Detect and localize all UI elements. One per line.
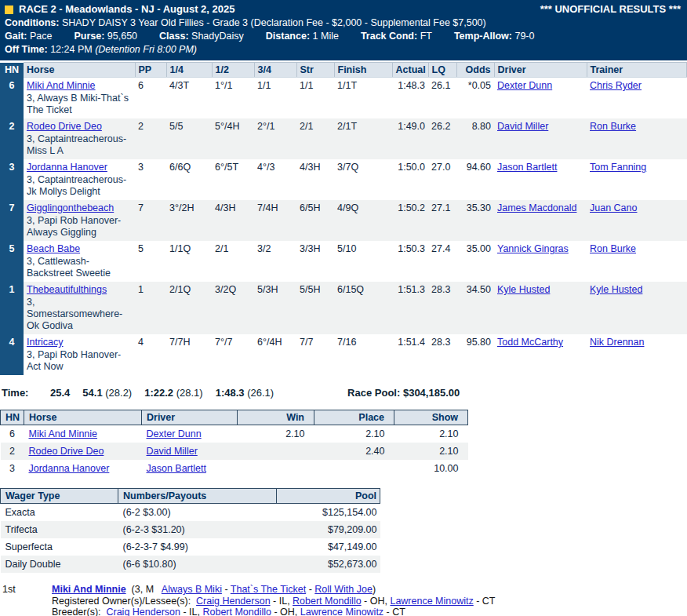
- race-info-track-cond: Track Cond: FT: [361, 31, 432, 42]
- pedigree-text: 3, Papi Rob Hanover-Act Now: [27, 349, 132, 373]
- trainer-link[interactable]: Tom Fanning: [590, 162, 646, 173]
- horse-cell: Rodeo Drive Deo3, Captaintreacherous-Mis…: [24, 118, 135, 159]
- finisher-title-link[interactable]: That`s The Ticket: [231, 584, 306, 595]
- wps-driver-link[interactable]: Jason Bartlett: [147, 463, 206, 474]
- race-info-label: Class:: [159, 31, 189, 42]
- time-label: Time:: [2, 387, 50, 399]
- finisher-title-link[interactable]: Always B Miki: [162, 584, 222, 595]
- trainer-cell: Kyle Husted: [587, 282, 687, 334]
- horse-link[interactable]: Jordanna Hanover: [27, 162, 107, 173]
- quarter3-cell: 1/1: [254, 78, 296, 119]
- pp-cell: 5: [135, 241, 166, 282]
- result-row-hn-6: 6Miki And Minnie3, Always B Miki-That`s …: [0, 78, 687, 119]
- driver-cell: Yannick Gingras: [494, 241, 587, 282]
- col-odds: Odds: [456, 63, 494, 78]
- quarter2-cell: 2/1: [212, 241, 254, 282]
- last-quarter-cell: 26.1: [428, 78, 456, 119]
- wps-col-show: Show: [394, 410, 468, 425]
- wps-horse-link[interactable]: Miki And Minnie: [29, 428, 98, 439]
- quarter2-cell: 1°/1: [212, 78, 254, 119]
- fraction-value: 1:48.3: [216, 387, 245, 399]
- col-1-2: 1/2: [212, 63, 254, 78]
- finisher-title-text: -: [222, 584, 231, 595]
- driver-link[interactable]: Todd McCarthy: [497, 337, 563, 348]
- trainer-link[interactable]: Juan Cano: [590, 202, 637, 213]
- last-quarter-cell: 26.2: [428, 118, 456, 159]
- wps-col-place: Place: [314, 410, 394, 425]
- driver-link[interactable]: James Macdonald: [497, 202, 576, 213]
- breeders-line-link[interactable]: Craig Henderson: [106, 607, 180, 616]
- result-row-hn-5: 5Beach Babe3, Cattlewash-Backstreet Swee…: [0, 241, 687, 282]
- wager-pool-cell: $47,149.00: [277, 538, 380, 556]
- owners-line-link[interactable]: Craig Henderson: [196, 596, 271, 607]
- quarter3-cell: 4°/3: [254, 159, 296, 200]
- quarter3-cell: 7/4H: [254, 200, 296, 241]
- conditions-value: SHADY DAISY 3 Year Old Fillies - Grade 3…: [62, 17, 486, 28]
- breeders-line-link[interactable]: Lawrence Minowitz: [300, 607, 383, 616]
- owners-line: Registered Owner(s)/Lessee(s): Craig Hen…: [52, 596, 687, 607]
- hn-cell: 4: [0, 334, 24, 375]
- wps-driver-link[interactable]: Dexter Dunn: [147, 428, 202, 439]
- trainer-link[interactable]: Chris Ryder: [590, 80, 642, 91]
- horse-link[interactable]: Beach Babe: [27, 243, 80, 254]
- wps-col-driver: Driver: [142, 410, 238, 425]
- trainer-cell: Ron Burke: [587, 241, 687, 282]
- horse-link[interactable]: Rodeo Drive Deo: [27, 121, 102, 132]
- finisher-title-link[interactable]: Roll With Joe: [314, 584, 373, 595]
- trainer-link[interactable]: Ron Burke: [590, 121, 636, 132]
- win-payout-cell: 2.10: [238, 425, 314, 443]
- trainer-cell: Juan Cano: [587, 200, 687, 241]
- wps-horse-cell: Jordanna Hanover: [24, 460, 142, 477]
- trainer-link[interactable]: Nik Drennan: [590, 337, 644, 348]
- horse-link[interactable]: Miki And Minnie: [27, 80, 96, 91]
- fraction-time: 1:48.3 (26.1): [216, 387, 274, 399]
- horse-cell: Gigglingonthebeach3, Papi Rob Hanover-Al…: [24, 200, 135, 241]
- wps-horse-link[interactable]: Rodeo Drive Deo: [29, 446, 104, 457]
- owners-line-link[interactable]: Robert Mondillo: [293, 596, 362, 607]
- unofficial-results-label: *** UNOFFICIAL RESULTS ***: [540, 3, 681, 16]
- col-finish: Finish: [334, 63, 392, 78]
- driver-link[interactable]: Kyle Husted: [497, 284, 550, 295]
- quarter1-cell: 6/6Q: [166, 159, 212, 200]
- odds-cell: 8.80: [456, 118, 494, 159]
- race-info-gait: Gait: Pace: [5, 31, 52, 42]
- pedigree-text: 3, Papi Rob Hanover-Always Giggling: [27, 215, 132, 239]
- horse-link[interactable]: Gigglingonthebeach: [27, 202, 114, 213]
- driver-link[interactable]: Jason Bartlett: [497, 162, 557, 173]
- breeders-line-text: - CT: [383, 607, 405, 616]
- owners-line-link[interactable]: Lawrence Minowitz: [390, 596, 473, 607]
- wager-pool-cell: $125,154.00: [277, 504, 380, 522]
- breeders-line-link[interactable]: Robert Mondillo: [202, 607, 271, 616]
- stretch-cell: 5/5H: [296, 282, 334, 334]
- col-horse: Horse: [24, 63, 135, 78]
- win-place-show-table: HNHorseDriverWinPlaceShow 6Miki And Minn…: [0, 410, 468, 477]
- driver-cell: James Macdonald: [494, 200, 587, 241]
- driver-link[interactable]: David Miller: [497, 121, 548, 132]
- owners-line-text: Registered Owner(s)/Lessee(s):: [52, 596, 196, 607]
- actual-time-cell: 1:51.4: [392, 334, 428, 375]
- horse-link[interactable]: Thebeautifulthings: [27, 284, 107, 295]
- actual-time-cell: 1:51.3: [392, 282, 428, 334]
- finish-cell: 3/7Q: [334, 159, 392, 200]
- wager-payout-cell: (6-2 $3.00): [118, 504, 277, 522]
- horse-cell: Thebeautifulthings3, Somestarsomewhere-O…: [24, 282, 135, 334]
- race-info-label: Gait:: [5, 31, 27, 42]
- off-time-value: 12:24 PM: [50, 44, 93, 55]
- pedigree-text: 3, Cattlewash-Backstreet Sweetie: [27, 256, 132, 279]
- show-payout-cell: 10.00: [394, 460, 468, 477]
- pp-cell: 3: [135, 159, 166, 200]
- breeders-line-text: - IL,: [180, 607, 202, 616]
- trainer-link[interactable]: Kyle Husted: [590, 284, 642, 295]
- trainer-link[interactable]: Ron Burke: [590, 243, 636, 254]
- finisher-title-link[interactable]: Miki And Minnie: [52, 584, 126, 595]
- driver-link[interactable]: Dexter Dunn: [497, 80, 552, 91]
- col-hn: HN: [0, 63, 24, 78]
- trainer-cell: Nik Drennan: [587, 334, 687, 375]
- col-pp: PP: [135, 63, 166, 78]
- wps-horse-link[interactable]: Jordanna Hanover: [29, 463, 110, 474]
- quarter1-cell: 4/3T: [166, 78, 212, 119]
- driver-link[interactable]: Yannick Gingras: [497, 243, 569, 254]
- horse-link[interactable]: Intricacy: [27, 337, 64, 348]
- race-info-temp-allow: Temp-Allow: 79-0: [454, 31, 535, 42]
- wps-driver-link[interactable]: David Miller: [147, 446, 198, 457]
